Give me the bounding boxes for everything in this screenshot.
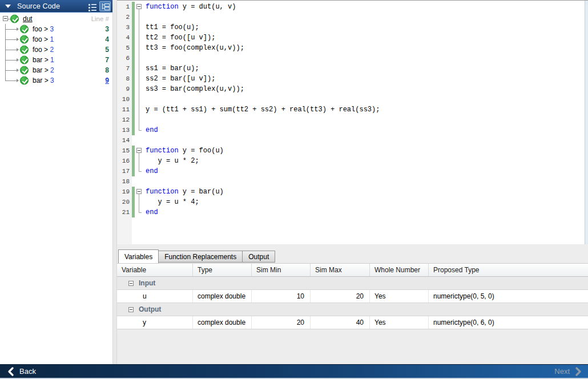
tree-arrow-icon: [17, 79, 19, 82]
code-fold-margin[interactable]: [135, 146, 144, 156]
code-text: tt2 = foo([u v]);: [146, 34, 215, 42]
tree-arrow-icon: [17, 58, 19, 62]
group-row-output[interactable]: Output: [117, 303, 588, 316]
results-panel: VariablesFunction ReplacementsOutput Var…: [117, 244, 588, 364]
column-header-type[interactable]: Type: [193, 264, 252, 276]
line-number: 10: [117, 96, 132, 103]
collapse-triangle-icon[interactable]: [5, 5, 11, 8]
panel-splitter[interactable]: [112, 0, 117, 364]
cell-whole-number: Yes: [370, 290, 429, 303]
line-number: 7: [117, 65, 132, 72]
fold-collapse-icon: [136, 189, 142, 194]
code-text: ss3 = bar(complex(u,v));: [146, 85, 244, 93]
code-fold-margin: [135, 115, 144, 125]
code-fold-margin: [135, 104, 144, 115]
tree-arrow-icon: [17, 38, 19, 41]
line-number: 4: [117, 34, 132, 41]
code-line-7: 7ss1 = bar(u);: [117, 63, 585, 74]
code-line-12: 12: [117, 115, 585, 125]
tab-variables[interactable]: Variables: [118, 249, 159, 263]
group-collapse-icon[interactable]: [128, 281, 134, 286]
tree-item-foo-2[interactable]: foo > 25: [0, 45, 112, 55]
tree-arrow-icon: [17, 27, 19, 31]
column-header-whole-number[interactable]: Whole Number: [370, 264, 429, 276]
column-header-variable[interactable]: Variable: [117, 264, 193, 276]
code-fold-margin: [135, 33, 144, 43]
column-header-proposed-type[interactable]: Proposed Type: [429, 264, 588, 276]
tree-item-label[interactable]: dut: [23, 15, 33, 23]
back-button[interactable]: Back: [7, 367, 36, 376]
source-tree: dutLine #foo > 33foo > 14foo > 25bar > 1…: [0, 13, 112, 364]
code-fold-margin: [135, 125, 144, 135]
column-header-sim-max[interactable]: Sim Max: [311, 264, 370, 276]
line-number: 4: [105, 35, 109, 43]
source-code-panel-header: Source Code: [0, 0, 112, 13]
next-button[interactable]: Next: [554, 367, 582, 376]
list-view-icon[interactable]: [88, 2, 98, 11]
back-label: Back: [19, 367, 36, 376]
line-number: 1: [117, 3, 132, 10]
line-number: 8: [117, 75, 132, 82]
code-line-10: 10: [117, 94, 585, 104]
line-number: 11: [117, 106, 132, 113]
tree-view-icon[interactable]: [99, 1, 111, 11]
tree-item-bar-2[interactable]: bar > 28: [0, 65, 112, 75]
code-fold-margin[interactable]: [135, 187, 144, 197]
code-fold-margin: [135, 63, 144, 74]
variables-table: VariableTypeSim MinSim MaxWhole NumberPr…: [117, 263, 588, 329]
variable-row-u[interactable]: ucomplex double1020Yesnumerictype(0, 5, …: [117, 290, 588, 303]
tree-item-bar-1[interactable]: bar > 17: [0, 55, 112, 65]
code-fold-margin: [135, 156, 144, 166]
line-number: 5: [117, 45, 132, 51]
cell-variable: y: [117, 316, 193, 329]
code-line-3: 3tt1 = foo(u);: [117, 22, 585, 33]
code-line-9: 9ss3 = bar(complex(u,v));: [117, 84, 585, 94]
navigation-bar: Back Next: [0, 364, 588, 378]
tree-connector: [6, 70, 17, 71]
group-collapse-icon[interactable]: [128, 307, 134, 312]
code-text: function y = bar(u): [146, 188, 224, 196]
tree-item-foo-3[interactable]: foo > 33: [0, 24, 112, 34]
fold-collapse-icon: [136, 148, 142, 153]
group-row-input[interactable]: Input: [117, 277, 588, 290]
line-number-link[interactable]: 9: [105, 76, 109, 84]
code-line-18: 18: [117, 176, 585, 187]
code-text: tt3 = foo(complex(u,v));: [146, 44, 244, 52]
tab-output[interactable]: Output: [243, 251, 275, 263]
tree-expander-icon[interactable]: [3, 16, 8, 21]
code-fold-margin[interactable]: [135, 2, 144, 12]
line-number: 18: [117, 178, 132, 185]
cell-proposed-type: numerictype(0, 6, 0): [429, 316, 588, 329]
tree-arrow-icon: [17, 48, 19, 51]
tree-connector: [6, 29, 17, 30]
back-chevron-icon: [7, 367, 14, 376]
line-number: 3: [105, 25, 109, 33]
tree-item-root[interactable]: dutLine #: [0, 14, 112, 24]
code-line-15: 15function y = foo(u): [117, 146, 585, 156]
tab-function-replacements[interactable]: Function Replacements: [159, 251, 243, 263]
tree-item-bar-3[interactable]: bar > 39: [0, 75, 112, 86]
code-fold-margin: [135, 94, 144, 104]
fixed-point-converter-window: Source Code dutLine #foo > 33foo > 14foo…: [0, 0, 588, 379]
line-number-column-header: Line #: [91, 15, 109, 22]
tree-item-foo-1[interactable]: foo > 14: [0, 34, 112, 45]
code-fold-margin: [135, 197, 144, 207]
line-number: 9: [117, 86, 132, 92]
code-fold-margin: [135, 135, 144, 146]
line-number: 20: [117, 199, 132, 205]
tree-connector: [6, 39, 17, 40]
variable-row-y[interactable]: ycomplex double2040Yesnumerictype(0, 6, …: [117, 316, 588, 329]
code-line-4: 4tt2 = foo([u v]);: [117, 33, 585, 43]
check-pass-icon: [20, 56, 29, 64]
line-number: 8: [105, 66, 109, 74]
code-text: y = u * 2;: [146, 157, 199, 165]
group-label: Input: [139, 279, 155, 287]
column-header-sim-min[interactable]: Sim Min: [252, 264, 311, 276]
code-text: tt1 = foo(u);: [146, 23, 199, 31]
vertical-scrollbar[interactable]: [585, 1, 588, 245]
line-number: 13: [117, 127, 132, 134]
line-number: 16: [117, 158, 132, 164]
cell-variable: u: [117, 290, 193, 303]
code-line-16: 16 y = u * 2;: [117, 156, 585, 166]
group-label: Output: [139, 305, 161, 313]
